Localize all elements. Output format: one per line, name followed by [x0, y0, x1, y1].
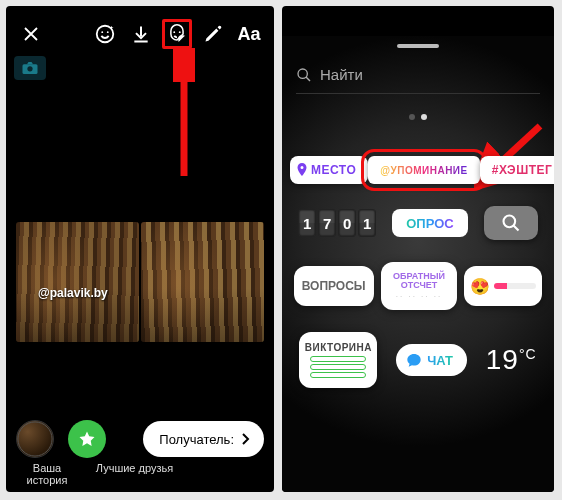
svg-point-0 [97, 26, 114, 43]
chevron-right-icon [240, 433, 250, 445]
hashtag-sticker[interactable]: #ХЭШТЕГ [480, 156, 554, 184]
media-image-1 [16, 222, 139, 342]
media-image-2 [141, 222, 264, 342]
page-indicator [409, 114, 427, 120]
chat-sticker[interactable]: ЧАТ [396, 344, 467, 376]
mention-sticker-label: @УПОМИНАНИЕ [380, 165, 467, 176]
countdown-sub: ·· ·· ·· ·· [396, 293, 442, 301]
time-digit: 1 [358, 209, 376, 237]
text-tool-button[interactable]: Aa [234, 19, 264, 49]
hashtag-sticker-label: #ХЭШТЕГ [492, 163, 553, 177]
drag-handle[interactable] [397, 44, 439, 48]
questions-sticker-label: ВОПРОСЫ [302, 279, 366, 293]
draw-button[interactable] [198, 19, 228, 49]
svg-point-9 [298, 69, 307, 78]
search-placeholder: Найти [320, 66, 363, 83]
sticker-tray-screen: Найти МЕСТО @УПОМИНАНИЕ #ХЭШТЕГ [282, 6, 554, 492]
emoji-slider-sticker[interactable]: 😍 [464, 266, 542, 306]
time-digit: 0 [338, 209, 356, 237]
countdown-sticker[interactable]: ОБРАТНЫЙ ОТСЧЕТ ·· ·· ·· ·· [381, 262, 457, 310]
recipient-label: Получатель: [159, 432, 234, 447]
your-story-button[interactable] [16, 420, 54, 458]
search-icon [501, 213, 521, 233]
share-bar-labels: Ваша история Лучшие друзья [10, 458, 270, 486]
search-icon [296, 67, 312, 83]
svg-point-1 [101, 31, 103, 33]
close-friends-button[interactable] [68, 420, 106, 458]
svg-point-4 [179, 31, 181, 33]
mention-sticker[interactable]: @УПОМИНАНИЕ [368, 156, 479, 184]
time-sticker[interactable]: 1 7 0 1 [298, 209, 376, 237]
draw-icon [203, 24, 223, 44]
share-bar: Получатель: Ваша история Лучшие друзья [6, 414, 274, 492]
close-friends-label: Лучшие друзья [92, 462, 177, 486]
close-icon [22, 25, 40, 43]
chat-bubble-icon [406, 352, 422, 368]
annotation-arrow-up [173, 48, 195, 178]
close-button[interactable] [16, 19, 46, 49]
sticker-icon [166, 23, 188, 45]
time-digit: 7 [318, 209, 336, 237]
svg-point-2 [107, 31, 109, 33]
location-sticker-label: МЕСТО [311, 163, 356, 177]
quiz-options-icon [310, 356, 366, 378]
svg-point-8 [18, 422, 52, 456]
svg-point-11 [503, 216, 515, 228]
sticker-sheet[interactable]: Найти МЕСТО @УПОМИНАНИЕ #ХЭШТЕГ [282, 36, 554, 492]
save-button[interactable] [126, 19, 156, 49]
poll-sticker[interactable]: ОПРОС [392, 209, 467, 237]
chat-sticker-label: ЧАТ [427, 353, 453, 368]
sticker-grid: МЕСТО @УПОМИНАНИЕ #ХЭШТЕГ 1 7 0 1 ОПРОС [290, 156, 546, 492]
time-digit: 1 [298, 209, 316, 237]
countdown-sticker-label: ОБРАТНЫЙ ОТСЧЕТ [381, 272, 457, 290]
temperature-unit: °C [519, 346, 537, 362]
story-media-preview[interactable] [16, 222, 264, 342]
camera-icon [21, 61, 39, 75]
story-ring-icon [17, 420, 53, 458]
star-icon [78, 430, 96, 448]
story-editor-screen: Aa @palavik.by Получатель: Ваша история [6, 6, 274, 492]
gif-search-sticker[interactable] [484, 206, 538, 240]
temperature-sticker[interactable]: 19°C [486, 344, 537, 376]
temperature-value: 19 [486, 344, 519, 376]
questions-sticker[interactable]: ВОПРОСЫ [294, 266, 374, 306]
media-mention-tag[interactable]: @palavik.by [38, 286, 108, 300]
location-sticker[interactable]: МЕСТО [290, 156, 368, 184]
quiz-sticker-label: ВИКТОРИНА [305, 342, 372, 353]
face-filter-button[interactable] [90, 19, 120, 49]
heart-eyes-emoji-icon: 😍 [470, 277, 490, 296]
poll-sticker-label: ОПРОС [406, 216, 453, 231]
sticker-search[interactable]: Найти [296, 66, 540, 94]
smile-sparkle-icon [94, 23, 116, 45]
editor-toolbar: Aa [6, 6, 274, 52]
download-icon [131, 24, 151, 44]
quiz-sticker[interactable]: ВИКТОРИНА [299, 332, 377, 388]
svg-point-3 [173, 31, 175, 33]
recipient-button[interactable]: Получатель: [143, 421, 264, 457]
svg-point-6 [27, 66, 32, 71]
location-pin-icon [296, 163, 308, 177]
camera-roll-thumbnail[interactable] [14, 56, 46, 80]
your-story-label: Ваша история [12, 462, 82, 486]
slider-track-icon [494, 283, 536, 289]
sticker-button[interactable] [162, 19, 192, 49]
